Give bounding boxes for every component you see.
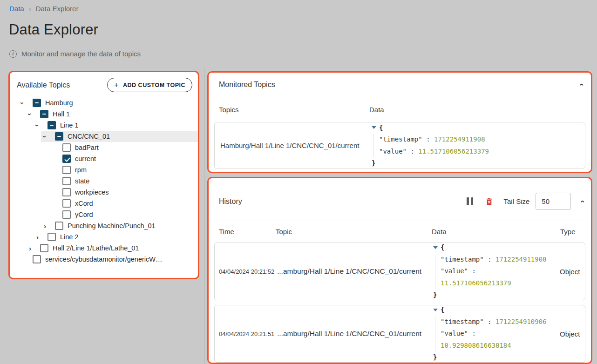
page-subtitle: i Monitor and manage the data of topics [9, 50, 141, 58]
json-colon: : [422, 135, 434, 143]
pause-icon[interactable] [467, 197, 473, 205]
info-icon: i [9, 50, 17, 58]
tree-item-label: Hamburg [45, 99, 73, 107]
tree-item-label: CNC/CNC_01 [68, 133, 110, 140]
checkbox[interactable] [47, 233, 56, 241]
add-custom-topic-label: ADD CUSTOM TOPIC [123, 82, 185, 88]
column-header-topic: Topic [276, 228, 432, 236]
tree-item-label: Line 2 [60, 233, 79, 241]
history-type: Object [555, 330, 585, 338]
tree-item-hall-1[interactable]: Hall 1 [26, 108, 198, 120]
tree-item-hamburg[interactable]: Hamburg [19, 97, 198, 108]
tree-item-hall-2-lathe[interactable]: Hall 2/Line 1/Lathe/Lathe_01 [26, 243, 198, 254]
checkbox[interactable] [55, 222, 63, 230]
tree-chevron-icon[interactable] [36, 122, 47, 129]
trash-delete-icon [485, 197, 494, 206]
tree-item-badpart[interactable]: badPart [48, 142, 198, 153]
plus-icon: + [114, 81, 119, 89]
checkbox[interactable] [62, 210, 71, 219]
tree-item-label: rpm [75, 166, 87, 174]
tree-chevron-icon[interactable] [44, 133, 55, 140]
json-value: 11.517106056213379 [441, 277, 555, 290]
column-header-topics: Topics [219, 106, 369, 114]
subtitle-text: Monitor and manage the data of topics [21, 50, 141, 58]
json-close-brace: } [433, 353, 437, 361]
tree-item-label: Line 1 [60, 121, 79, 129]
column-header-data: Data [432, 228, 560, 236]
tree-item-label: yCord [75, 211, 93, 218]
tail-size-label: Tail Size [503, 197, 529, 205]
history-panel: History Tail Size Time Topic Data Type 0… [207, 177, 592, 364]
checkbox[interactable] [55, 132, 63, 141]
tree-item-label: workpieces [75, 189, 109, 196]
tree-item-label: Punching Machine/Punch_01 [68, 222, 156, 229]
tree-item-label: xCord [75, 200, 93, 207]
json-close-brace: } [372, 159, 375, 167]
json-colon: : [484, 256, 495, 263]
tree-item-label: current [75, 155, 96, 162]
json-colon: : [407, 148, 418, 155]
checkbox[interactable] [62, 166, 71, 174]
tree-item-workpieces[interactable]: workpieces [48, 187, 198, 198]
json-value: 1712254911908 [495, 256, 547, 263]
tree-chevron-icon[interactable] [21, 100, 33, 107]
checkbox[interactable] [33, 255, 41, 263]
chevron-up-icon[interactable] [581, 197, 583, 206]
chevron-up-icon[interactable] [580, 80, 583, 89]
tree-item-ycord[interactable]: yCord [48, 209, 198, 220]
available-topics-title: Available Topics [17, 81, 70, 89]
tree-chevron-icon[interactable] [36, 234, 47, 241]
json-key: "value" [379, 148, 407, 155]
json-value: 1712254911908 [434, 135, 485, 143]
tree-item-cnc-cnc-01[interactable]: CNC/CNC_01 [41, 131, 198, 142]
breadcrumb-current: Data Explorer [36, 5, 79, 13]
triangle-down-icon[interactable] [433, 309, 438, 311]
tree-chevron-icon[interactable] [44, 222, 55, 229]
tree-chevron-icon[interactable] [29, 111, 40, 118]
tail-size-input[interactable] [536, 193, 571, 210]
column-header-type: Type [560, 228, 576, 236]
triangle-down-icon[interactable] [433, 246, 438, 249]
chevron-right-icon: › [29, 4, 31, 13]
checkbox[interactable] [62, 177, 71, 185]
json-close-brace: } [433, 291, 437, 298]
triangle-down-icon[interactable] [372, 126, 376, 129]
tree-item-line-1[interactable]: Line 1 [34, 120, 198, 131]
json-open-brace: { [441, 242, 444, 254]
tree-item-services[interactable]: services/cybusdatamonitor/genericW… [19, 254, 198, 265]
json-viewer: { "timestamp" : 1712254910906 "value" : … [433, 304, 555, 364]
history-topic: ...amburg/Hall 1/Line 1/CNC/CNC_01/curre… [277, 267, 433, 276]
tree-item-punching-machine[interactable]: Punching Machine/Punch_01 [41, 220, 198, 231]
json-value: 10.929808616638184 [441, 340, 555, 352]
checkbox[interactable] [40, 110, 48, 118]
json-viewer: { "timestamp" : 1712254911908 "value" : … [372, 122, 489, 169]
json-colon: : [468, 267, 476, 275]
checkbox[interactable] [62, 155, 71, 163]
checkbox[interactable] [62, 188, 71, 196]
monitored-topics-panel: Monitored Topics Topics Data Hamburg/Hal… [207, 71, 592, 173]
tree-chevron-icon[interactable] [29, 245, 40, 252]
tree-item-state[interactable]: state [48, 175, 198, 187]
tree-item-label: Hall 1 [53, 110, 70, 118]
checkbox[interactable] [62, 143, 71, 152]
history-time: 04/04/2024 20:21:51 [215, 330, 277, 337]
tree-item-xcord[interactable]: xCord [48, 198, 198, 209]
tree-item-label: services/cybusdatamonitor/genericW… [45, 256, 162, 263]
json-value: 11.517106056213379 [418, 148, 489, 155]
tree-item-line-2[interactable]: Line 2 [34, 231, 198, 243]
checkbox[interactable] [40, 244, 48, 252]
breadcrumb-link-data[interactable]: Data [9, 5, 24, 13]
history-topic: ...amburg/Hall 1/Line 1/CNC/CNC_01/curre… [277, 330, 433, 338]
history-row: 04/04/2024 20:21:51 ...amburg/Hall 1/Lin… [214, 305, 585, 363]
checkbox[interactable] [62, 199, 71, 208]
tree-item-current[interactable]: current [48, 153, 198, 164]
checkbox[interactable] [47, 121, 56, 129]
page-title: Data Explorer [9, 21, 98, 38]
tree-item-rpm[interactable]: rpm [48, 164, 198, 175]
available-topics-panel: Available Topics + ADD CUSTOM TOPIC Hamb… [8, 71, 199, 279]
checkbox[interactable] [33, 99, 41, 107]
tree-item-label: state [75, 177, 89, 185]
add-custom-topic-button[interactable]: + ADD CUSTOM TOPIC [107, 78, 192, 92]
monitored-topic-row: Hamburg/Hall 1/Line 1/CNC/CNC_01/current… [214, 122, 585, 169]
clear-history-button[interactable] [485, 197, 494, 206]
